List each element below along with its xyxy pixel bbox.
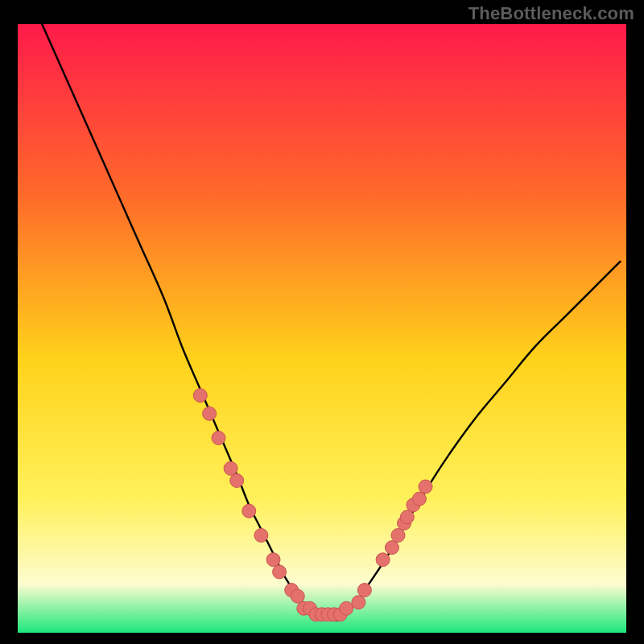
curve-marker <box>385 541 398 555</box>
chart-background-gradient <box>18 24 626 633</box>
curve-marker <box>266 553 280 567</box>
curve-marker <box>376 553 390 567</box>
curve-marker <box>412 492 426 506</box>
curve-marker <box>242 504 256 518</box>
curve-marker <box>419 480 432 493</box>
curve-marker <box>400 510 414 524</box>
curve-marker <box>254 529 268 543</box>
curve-marker <box>193 389 207 402</box>
watermark-text: TheBottleneck.com <box>469 3 634 24</box>
bottleneck-chart <box>18 24 626 633</box>
curve-marker <box>273 565 287 579</box>
curve-marker <box>340 601 353 615</box>
curve-marker <box>212 431 225 445</box>
curve-marker <box>224 461 237 475</box>
curve-marker <box>391 529 405 543</box>
curve-marker <box>291 589 304 603</box>
curve-marker <box>203 407 217 420</box>
curve-marker <box>352 596 365 609</box>
chart-frame <box>18 24 626 633</box>
curve-marker <box>230 474 244 488</box>
curve-marker <box>357 584 371 597</box>
